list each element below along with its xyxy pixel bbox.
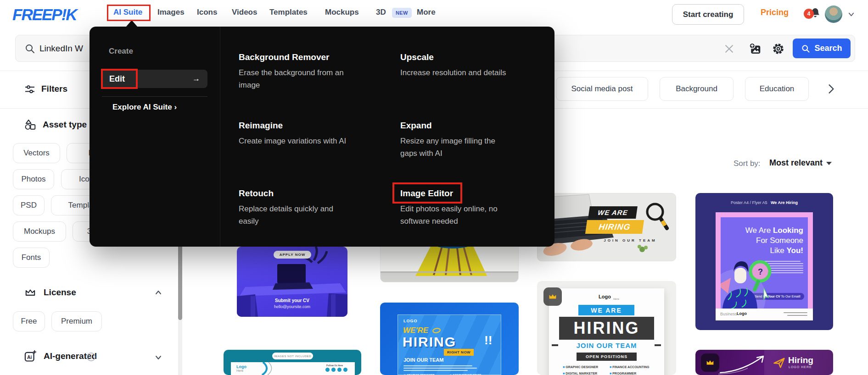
result-card-purple-hiring[interactable]: Hiring LOGO HERE [695, 350, 833, 375]
svg-text:Ai: Ai [27, 354, 32, 360]
white-poster: Logo Here WE ARE HIRING JOIN OUR TEAM OP… [549, 288, 664, 375]
crown-icon [705, 358, 715, 368]
pill-mockups[interactable]: Mockups [13, 221, 66, 242]
result-card-were-hiring[interactable]: LOGO WE'RE HIRING !! RIGHT NOW JOIN OUR … [380, 303, 519, 375]
result-card-apply-now[interactable]: APPLY NOW Submit your CV hello@yoursite.… [237, 247, 347, 317]
clear-search-icon[interactable] [724, 44, 734, 54]
menu-item-upscale[interactable]: Upscale Increase resolution and details [400, 52, 525, 79]
filters-icon [24, 84, 35, 95]
purple-hiring-title: Hiring [788, 355, 813, 365]
sort-caret-icon [826, 162, 832, 165]
social-icons [325, 368, 347, 372]
nav-3d[interactable]: 3D [376, 8, 386, 17]
create-section-label: Create [109, 47, 133, 56]
filters-header[interactable]: Filters [41, 84, 67, 94]
we-are-banner: WE ARE [588, 206, 638, 219]
search-input[interactable]: LinkedIn W [39, 44, 83, 54]
poster-character: ? [721, 249, 778, 315]
search-settings-gear-icon[interactable] [772, 43, 784, 55]
result-card-purple-poster[interactable]: Poster A4 / Flyer A5 We Are Hiring We Ar… [695, 193, 833, 330]
nav-videos[interactable]: Videos [232, 8, 257, 17]
pill-photos[interactable]: Photos [13, 169, 54, 189]
menu-item-reimagine[interactable]: Reimagine Create image variations with A… [239, 121, 354, 147]
edit-menu-item[interactable]: Edit → [102, 70, 207, 88]
pill-fonts[interactable]: Fonts [13, 248, 50, 268]
pill-psd[interactable]: PSD [13, 195, 45, 215]
we-are-bar: WE ARE [578, 305, 634, 315]
ai-generated-icon: Ai [24, 350, 37, 363]
sort-value[interactable]: Most relevant [769, 158, 823, 168]
search-by-image-icon[interactable] [748, 42, 762, 56]
premium-crown-badge [701, 353, 719, 372]
nav-icons[interactable]: Icons [197, 8, 217, 17]
nav-images[interactable]: Images [157, 8, 185, 17]
license-crown-icon [24, 287, 36, 299]
nav-templates[interactable]: Templates [269, 8, 308, 17]
dropdown-divider [102, 96, 207, 97]
teal-inner-banner: Logo Here Follow Us Here [231, 362, 355, 375]
pill-free[interactable]: Free [13, 311, 45, 331]
arrow-right-icon: → [192, 74, 200, 83]
result-card-laptop-hiring[interactable]: WE ARE HIRING JOIN OUR TEAM [537, 193, 676, 261]
desk-card-text: Submit your CV [237, 298, 347, 303]
ai-generated-chevron-down-icon[interactable] [154, 353, 162, 361]
menu-item-image-editor[interactable]: Image Editor Edit photos easily online, … [400, 188, 516, 227]
nav-ai-suite[interactable]: AI Suite [113, 8, 142, 17]
menu-item-retouch[interactable]: Retouch Replace details quickly and easi… [239, 188, 354, 227]
asset-type-icon [24, 119, 36, 131]
new-badge: NEW [392, 8, 412, 18]
premium-crown-badge [543, 287, 562, 306]
poster-pink-frame: We Are Looking For Someone Like You! Sen… [716, 212, 813, 320]
asset-type-header[interactable]: Asset type [43, 120, 87, 130]
poster-meta-bold: We Are Hiring [771, 200, 798, 205]
poster-meta: Poster A4 / Flyer A5 [731, 200, 767, 205]
freepik-logo[interactable]: FREEP!K [12, 6, 77, 24]
hiring-banner: HIRING [585, 220, 644, 234]
search-button-icon [801, 44, 810, 53]
dropdown-vertical-divider [220, 27, 220, 247]
teal-curves [255, 362, 278, 375]
result-card-teal-banner[interactable]: IMAGES NOT INCLUDED Logo Here Follow Us … [224, 350, 361, 375]
tag-background[interactable]: Background [660, 77, 734, 101]
svg-text:?: ? [758, 267, 763, 276]
pill-premium[interactable]: Premium [51, 311, 102, 331]
result-card-white-hiring[interactable]: Logo Here WE ARE HIRING JOIN OUR TEAM OP… [537, 281, 676, 375]
poster-footer: Business Logo [716, 309, 813, 320]
join-our-team: JOIN OUR TEAM [549, 342, 664, 349]
open-positions-bar: OPEN POSITIONS [577, 353, 637, 361]
apply-now-badge: APPLY NOW [274, 251, 311, 259]
pricing-link[interactable]: Pricing [761, 8, 789, 17]
info-icon[interactable] [86, 352, 96, 362]
sketch-arrow [717, 353, 777, 375]
paperclip-icon [432, 328, 441, 333]
pill-vectors[interactable]: Vectors [13, 143, 60, 163]
tags-scroll-chevron-right-icon[interactable] [826, 83, 836, 94]
menu-item-background-remover[interactable]: Background Remover Erase the background … [239, 52, 354, 91]
license-collapse-chevron-up-icon[interactable] [154, 289, 162, 297]
purple-hiring-sub: LOGO HERE [789, 365, 812, 369]
join-our-team-text: JOIN OUR TEAM [589, 238, 672, 243]
crown-icon [548, 292, 558, 302]
account-chevron-down-icon[interactable] [847, 11, 855, 18]
search-icon [24, 43, 35, 54]
notification-badge[interactable]: 4 [804, 9, 814, 19]
nav-more[interactable]: More [417, 8, 436, 17]
poster-purple-panel: We Are Looking For Someone Like You! Sen… [721, 217, 808, 315]
images-not-included-badge: IMAGES NOT INCLUDED [272, 353, 313, 359]
blue-inner-panel: LOGO WE'RE HIRING !! RIGHT NOW JOIN OUR … [398, 314, 501, 375]
avatar[interactable] [825, 6, 842, 23]
nav-mockups[interactable]: Mockups [325, 8, 359, 17]
search-button[interactable]: Search [793, 39, 851, 58]
magnifier-graphic [644, 202, 670, 232]
sort-by-label: Sort by: [734, 159, 761, 168]
tag-education[interactable]: Education [745, 77, 809, 101]
tag-social-media-post[interactable]: Social media post [556, 77, 648, 101]
explore-ai-suite-link[interactable]: Explore AI Suite › [112, 103, 177, 112]
start-creating-button[interactable]: Start creating [672, 4, 744, 25]
ai-suite-dropdown: Create Edit → Explore AI Suite › Backgro… [90, 27, 554, 247]
desk-card-email: hello@yoursite.com [237, 304, 347, 309]
license-header[interactable]: License [44, 287, 76, 298]
menu-item-expand[interactable]: Expand Resize any image filling the gaps… [400, 121, 507, 160]
dropdown-caret [126, 20, 138, 27]
hiring-bar: HIRING [559, 317, 654, 340]
